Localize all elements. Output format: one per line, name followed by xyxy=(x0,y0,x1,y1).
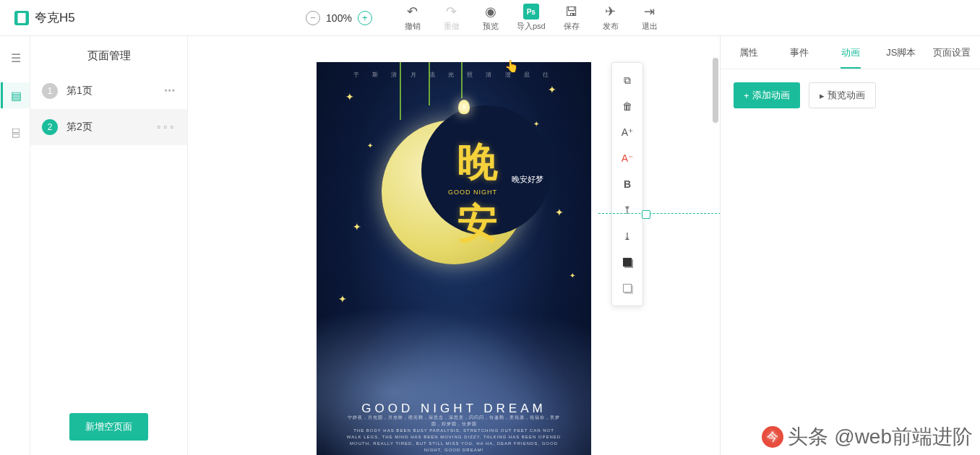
page-number-badge: 1 xyxy=(42,83,58,99)
vine-graphic xyxy=(400,62,401,120)
lantern-graphic xyxy=(458,100,470,114)
app-logo: 夸克H5 xyxy=(7,9,82,26)
rail-archive-icon[interactable]: ⌸ xyxy=(1,120,30,146)
star-icon: ✦ xyxy=(345,91,354,103)
tab-page-settings[interactable]: 页面设置 xyxy=(927,38,977,68)
eye-icon: ◉ xyxy=(485,4,497,20)
delete-button[interactable]: 🗑 xyxy=(612,93,642,119)
vine-graphic xyxy=(429,62,430,105)
zoom-out-button[interactable]: − xyxy=(306,11,320,25)
tab-events[interactable]: 事件 xyxy=(774,38,825,68)
watermark-icon: 今 xyxy=(762,426,783,448)
poster-char-1: 晚 xyxy=(457,142,498,182)
copy-button[interactable]: ⧉ xyxy=(612,67,642,93)
save-icon: 🖫 xyxy=(565,4,578,20)
redo-icon: ↷ xyxy=(446,4,457,20)
import-psd-button[interactable]: Ps 导入psd xyxy=(517,4,546,32)
send-icon: ✈ xyxy=(605,4,616,20)
undo-icon: ↶ xyxy=(407,4,418,20)
preview-button[interactable]: ◉ 预览 xyxy=(478,4,504,32)
poster-canvas[interactable]: 于 斯 清 月 流 光 照 清 澄 思 往 ✦ ✦ ✦ ✦ ✦ ✦ ✦ ✦ 晚 xyxy=(317,62,591,455)
zoom-value: 100% xyxy=(326,12,352,24)
align-top-button[interactable]: ⤒ xyxy=(612,197,642,223)
font-increase-button[interactable]: A⁺ xyxy=(612,119,642,145)
app-title: 夸克H5 xyxy=(35,9,75,26)
exit-icon: ⇥ xyxy=(644,4,655,20)
poster-char-2: 安 xyxy=(457,203,498,243)
poster-headline: GOOD NIGHT DREAM xyxy=(317,402,591,416)
add-animation-button[interactable]: + 添加动画 xyxy=(734,82,800,108)
star-icon: ✦ xyxy=(353,221,361,233)
add-page-button[interactable]: 新增空页面 xyxy=(69,413,148,441)
font-decrease-button[interactable]: A⁻ xyxy=(612,145,642,171)
publish-button[interactable]: ✈ 发布 xyxy=(598,4,624,32)
page-more-icon[interactable]: ∘∘∘ xyxy=(156,122,176,132)
star-icon: ✦ xyxy=(367,142,373,150)
layer-down-button[interactable] xyxy=(612,275,642,301)
poster-sub-cn: 晚安好梦 xyxy=(512,174,543,185)
psd-icon: Ps xyxy=(523,4,539,20)
guide-line[interactable] xyxy=(598,213,720,214)
preview-animation-button[interactable]: ▸ 预览动画 xyxy=(809,82,876,108)
logo-icon xyxy=(14,11,29,25)
side-rail: ☰ ▤ ⌸ xyxy=(0,36,30,455)
play-icon: ▸ xyxy=(820,90,825,101)
page-item-1[interactable]: 1 第1页 ••• xyxy=(30,73,187,109)
save-button[interactable]: 🖫 保存 xyxy=(559,4,585,32)
tab-js-script[interactable]: JS脚本 xyxy=(876,38,927,68)
page-item-2[interactable]: 2 第2页 ∘∘∘ xyxy=(30,109,187,145)
poster-top-text: 于 斯 清 月 流 光 照 清 澄 思 往 xyxy=(317,71,591,79)
plus-icon: + xyxy=(744,90,749,101)
topbar: 夸克H5 − 100% + ↶ 撤销 ↷ 重做 ◉ 预览 Ps 导入psd xyxy=(0,0,980,36)
canvas-area[interactable]: 于 斯 清 月 流 光 照 清 澄 思 往 ✦ ✦ ✦ ✦ ✦ ✦ ✦ ✦ 晚 xyxy=(188,36,720,455)
right-panel: 属性 事件 动画 JS脚本 页面设置 + 添加动画 ▸ 预览动画 xyxy=(720,36,980,455)
page-more-icon[interactable]: ••• xyxy=(164,86,176,96)
tab-animation[interactable]: 动画 xyxy=(825,38,875,68)
bold-button[interactable]: B xyxy=(612,171,642,197)
exit-button[interactable]: ⇥ 退出 xyxy=(637,4,663,32)
zoom-in-button[interactable]: + xyxy=(358,11,372,25)
vertical-scrollbar[interactable] xyxy=(713,36,718,455)
page-panel-title: 页面管理 xyxy=(30,36,187,73)
poster-subtext: 宁静夜，月光圆，月光映，照亮我，深思念，深思意，闪闪闪，传递我，美祝愿，祝福你，… xyxy=(345,415,562,454)
star-icon: ✦ xyxy=(569,272,575,280)
watermark: 今 头条 @web前端进阶 xyxy=(762,423,973,451)
tab-attributes[interactable]: 属性 xyxy=(723,38,774,68)
page-number-badge: 2 xyxy=(42,119,58,135)
undo-button[interactable]: ↶ 撤销 xyxy=(400,4,426,32)
poster-small-en: GOOD NIGHT xyxy=(448,188,497,196)
redo-button[interactable]: ↷ 重做 xyxy=(439,4,465,32)
zoom-controls: − 100% + xyxy=(306,11,372,25)
page-panel: 页面管理 1 第1页 ••• 2 第2页 ∘∘∘ 新增空页面 xyxy=(30,36,188,455)
page-name-label: 第1页 xyxy=(66,84,155,98)
align-bottom-button[interactable]: ⤓ xyxy=(612,223,642,249)
star-icon: ✦ xyxy=(555,207,564,218)
star-icon: ✦ xyxy=(338,293,347,305)
star-icon: ✦ xyxy=(548,84,556,95)
vine-graphic xyxy=(461,62,463,98)
rail-menu-icon[interactable]: ☰ xyxy=(1,45,30,71)
rail-page-icon[interactable]: ▤ xyxy=(1,82,30,108)
star-icon: ✦ xyxy=(533,120,539,128)
layer-up-button[interactable] xyxy=(612,249,642,275)
page-name-label: 第2页 xyxy=(66,121,147,134)
element-toolbar: ⧉ 🗑 A⁺ A⁻ B ⤒ ⤓ xyxy=(611,62,643,306)
